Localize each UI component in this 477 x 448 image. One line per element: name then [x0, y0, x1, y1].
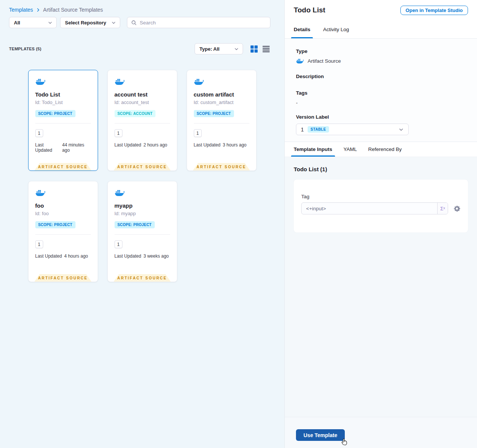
tab-yaml[interactable]: YAML [344, 142, 357, 157]
docker-icon [35, 189, 45, 197]
description-label: Description [296, 74, 466, 79]
version-label: Version Label [296, 114, 466, 120]
chevron-down-icon [234, 47, 239, 51]
inputs-card: Tag Σˣ [294, 180, 468, 232]
tab-activity-log[interactable]: Activity Log [323, 20, 349, 38]
tag-label: Tag [301, 194, 460, 199]
chevron-down-icon [48, 20, 53, 25]
breadcrumb: Templates Artifact Source Templates [0, 0, 284, 13]
scope-badge: SCOPE: PROJECT [35, 110, 75, 117]
card-id: Id: myapp [115, 211, 170, 216]
stable-badge: STABLE [308, 126, 329, 133]
last-updated: Last Updated 3 hours ago [194, 142, 249, 148]
scope-badge: SCOPE: ACCOUNT [115, 110, 156, 117]
use-template-button[interactable]: Use Template [296, 429, 345, 441]
version-count-badge: 1 [115, 240, 122, 248]
last-updated: Last Updated 44 minutes ago [35, 142, 91, 153]
type-value-row: Artifact Source [296, 58, 466, 64]
card-title: foo [35, 202, 91, 209]
page-title: Todo List [294, 6, 325, 14]
card-id: Id: custom_artifact [194, 100, 249, 105]
search-icon [131, 20, 137, 26]
type-label: Type [296, 48, 466, 54]
version-count-badge: 1 [35, 129, 43, 137]
divider [35, 123, 91, 124]
scope-badge: SCOPE: PROJECT [194, 110, 234, 117]
view-toggles [251, 45, 270, 53]
tag-input-row: Σˣ [301, 202, 460, 214]
templates-list-panel: Templates Artifact Source Templates All … [0, 0, 284, 448]
artifact-source-ribbon: ARTIFACT SOURCE [114, 163, 171, 170]
artifact-source-ribbon: ARTIFACT SOURCE [35, 274, 92, 282]
gear-icon [453, 205, 460, 212]
chevron-down-icon [111, 20, 116, 25]
card-id: Id: Todo_List [35, 100, 91, 105]
list-view-icon[interactable] [263, 45, 270, 53]
tags-label: Tags [296, 90, 466, 96]
breadcrumb-separator-icon [36, 8, 41, 12]
tab-referenced-by[interactable]: Referenced By [368, 142, 402, 157]
repository-filter-dropdown[interactable]: Select Repository [60, 17, 120, 28]
template-inputs-section: Todo List (1) Tag Σˣ [285, 157, 477, 417]
docker-icon [35, 78, 45, 86]
type-value: Artifact Source [308, 58, 341, 64]
open-in-template-studio-button[interactable]: Open in Template Studio [400, 6, 468, 15]
template-card-account-test[interactable]: account test Id: account_test SCOPE: ACC… [107, 70, 177, 171]
tab-template-inputs[interactable]: Template Inputs [294, 142, 332, 157]
scope-badge: SCOPE: PROJECT [115, 221, 155, 228]
details-header: Todo List Open in Template Studio [285, 0, 477, 20]
version-count-badge: 1 [35, 240, 43, 248]
card-id: Id: account_test [115, 100, 170, 105]
divider [35, 234, 91, 235]
grid-view-icon[interactable] [251, 45, 258, 53]
type-filter-dropdown[interactable]: Type: All [195, 43, 243, 54]
chevron-down-icon [399, 127, 404, 132]
last-updated: Last Updated 3 weeks ago [115, 253, 170, 259]
card-title: myapp [115, 202, 170, 209]
panel-footer: Use Template [285, 417, 477, 448]
filter-bar: All Select Repository [9, 17, 275, 28]
artifact-source-ribbon: ARTIFACT SOURCE [193, 163, 250, 170]
version-dropdown[interactable]: 1 STABLE [296, 124, 409, 135]
template-card-custom-artifact[interactable]: custom artifact Id: custom_artifact SCOP… [187, 70, 257, 171]
version-count-badge: 1 [115, 129, 122, 137]
last-updated: Last Updated 2 hours ago [115, 142, 170, 148]
inputs-heading: Todo List (1) [294, 166, 468, 172]
tab-details[interactable]: Details [294, 20, 310, 38]
tag-input[interactable] [302, 203, 437, 214]
inputs-tabbar: Template Inputs YAML Referenced By [285, 142, 477, 157]
card-title: account test [115, 91, 170, 98]
details-tabbar: Details Activity Log [285, 20, 477, 39]
divider [194, 123, 249, 124]
card-title: custom artifact [194, 91, 249, 98]
template-card-foo[interactable]: foo Id: foo SCOPE: PROJECT 1 Last Update… [28, 181, 98, 282]
templates-count-label: TEMPLATES (5) [9, 47, 41, 51]
template-card-todo-list[interactable]: Todo List Id: Todo_List SCOPE: PROJECT 1… [28, 70, 98, 171]
last-updated: Last Updated 4 hours ago [35, 253, 91, 259]
template-details-panel: Todo List Open in Template Studio Detail… [284, 0, 477, 448]
version-value: 1 [301, 127, 304, 133]
docker-icon [194, 78, 204, 86]
scope-badge: SCOPE: PROJECT [35, 221, 75, 228]
tag-input-wrap: Σˣ [301, 202, 448, 214]
search-input[interactable] [140, 20, 266, 26]
divider [115, 123, 170, 124]
divider [115, 234, 170, 235]
artifact-source-ribbon: ARTIFACT SOURCE [35, 163, 92, 170]
scope-filter-dropdown[interactable]: All [9, 17, 57, 28]
search-field[interactable] [127, 17, 270, 28]
input-settings-button[interactable] [453, 205, 460, 212]
details-section: Type Artifact Source Description Tags - … [285, 39, 477, 142]
docker-icon [115, 78, 125, 86]
artifact-source-ribbon: ARTIFACT SOURCE [114, 274, 171, 282]
docker-icon [296, 58, 304, 64]
expression-toggle-button[interactable]: Σˣ [437, 203, 448, 214]
list-header: TEMPLATES (5) Type: All [9, 43, 275, 54]
docker-icon [115, 189, 125, 197]
template-cards-grid: Todo List Id: Todo_List SCOPE: PROJECT 1… [28, 70, 257, 282]
card-title: Todo List [35, 91, 91, 98]
tags-value: - [296, 100, 466, 106]
version-count-badge: 1 [194, 129, 202, 137]
template-card-myapp[interactable]: myapp Id: myapp SCOPE: PROJECT 1 Last Up… [107, 181, 177, 282]
breadcrumb-templates-link[interactable]: Templates [9, 7, 33, 13]
